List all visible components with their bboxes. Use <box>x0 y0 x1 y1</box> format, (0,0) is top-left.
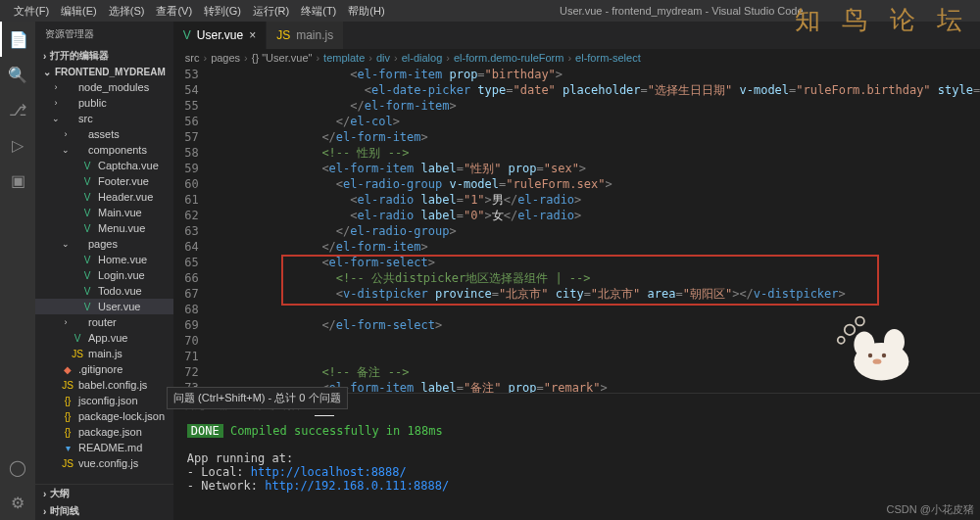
tree-item-app.vue[interactable]: VApp.vue <box>35 330 173 346</box>
tree-item-router[interactable]: ›router <box>35 314 173 330</box>
code-content[interactable]: <el-form-item prop="birthday"> <el-date-… <box>209 67 980 393</box>
window-title: User.vue - frontend_mydream - Visual Stu… <box>391 5 972 17</box>
editor-tabs: VUser.vue×JSmain.js <box>173 22 980 49</box>
sidebar: 资源管理器 ›打开的编辑器 ⌄FRONTEND_MYDREAM ›node_mo… <box>35 22 173 520</box>
tree-item-header.vue[interactable]: VHeader.vue <box>35 189 173 205</box>
menu-运行[interactable]: 运行(R) <box>247 5 295 17</box>
tree-item-user.vue[interactable]: VUser.vue <box>35 299 173 314</box>
md-icon: ▾ <box>61 441 74 454</box>
file-tree: ›node_modules›public⌄src›assets⌄componen… <box>35 79 173 484</box>
json-icon: {} <box>61 425 74 439</box>
tooltip: 问题 (Ctrl+Shift+M) - 总计 0 个问题 <box>167 387 348 409</box>
json-icon: {} <box>61 409 74 423</box>
extensions-icon[interactable]: ▣ <box>0 163 35 198</box>
activity-bar: 📄 🔍 ⎇ ▷ ▣ ◯ ⚙ <box>0 22 35 520</box>
search-icon[interactable]: 🔍 <box>0 57 35 92</box>
tree-item-menu.vue[interactable]: VMenu.vue <box>35 220 173 236</box>
scm-icon[interactable]: ⎇ <box>0 92 35 127</box>
watermark-bottom: CSDN @小花皮猪 <box>887 502 974 517</box>
folder-icon <box>71 127 84 141</box>
local-url[interactable]: http://localhost:8888/ <box>251 465 407 479</box>
breadcrumb-item[interactable]: el-form.demo-ruleForm <box>454 52 564 64</box>
done-badge: DONE <box>187 424 223 438</box>
tree-item-main.js[interactable]: JSmain.js <box>35 346 173 361</box>
folder-icon <box>61 112 74 125</box>
close-tab-icon[interactable]: × <box>249 28 256 42</box>
tree-item-babel.config.js[interactable]: JSbabel.config.js <box>35 377 173 393</box>
folder-icon <box>71 237 84 251</box>
json-icon: {} <box>61 394 74 407</box>
sidebar-title: 资源管理器 <box>35 22 173 47</box>
panel: 问题输出调试控制台终端 ▾ ＋ ▯ 🗑 ⋯ ⌃ ✕ 22:55:15 DONE … <box>173 393 980 520</box>
title-bar: 文件(F)编辑(E)选择(S)查看(V)转到(G)运行(R)终端(T)帮助(H)… <box>0 0 980 22</box>
editor[interactable]: 5354555657585960616263646566676869707172… <box>173 67 980 393</box>
tree-item-footer.vue[interactable]: VFooter.vue <box>35 173 173 189</box>
breadcrumb-item[interactable]: src <box>185 52 200 64</box>
tree-item-public[interactable]: ›public <box>35 95 173 111</box>
explorer-icon[interactable]: 📄 <box>0 22 35 57</box>
timeline-header[interactable]: ›时间线 <box>35 502 173 520</box>
terminal[interactable]: 22:55:15 DONE Compiled successfully in 1… <box>173 416 980 520</box>
vue-icon: V <box>80 284 94 298</box>
tree-item-main.vue[interactable]: VMain.vue <box>35 205 173 220</box>
line-gutter: 5354555657585960616263646566676869707172… <box>173 67 209 393</box>
tree-item-captcha.vue[interactable]: VCaptcha.vue <box>35 158 173 173</box>
folder-icon <box>61 80 74 94</box>
menu-转到[interactable]: 转到(G) <box>198 5 247 17</box>
menu-终端[interactable]: 终端(T) <box>295 5 342 17</box>
tree-item-components[interactable]: ⌄components <box>35 142 173 158</box>
account-icon[interactable]: ◯ <box>0 449 35 485</box>
breadcrumb-item[interactable]: pages <box>211 52 240 64</box>
js-icon: JS <box>61 456 74 470</box>
vue-icon: V <box>80 190 94 204</box>
vue-icon: V <box>80 159 94 172</box>
tree-item-package.json[interactable]: {}package.json <box>35 424 173 440</box>
tab-user.vue[interactable]: VUser.vue× <box>173 22 267 49</box>
vue-icon: V <box>80 174 94 188</box>
breadcrumb-item[interactable]: {} "User.vue" <box>252 52 313 64</box>
menu-查看[interactable]: 查看(V) <box>150 5 198 17</box>
tree-item-readme.md[interactable]: ▾README.md <box>35 440 173 455</box>
vue-icon: V <box>80 253 94 266</box>
breadcrumb[interactable]: src›pages›{} "User.vue"›template›div›el-… <box>173 49 980 67</box>
vue-icon: V <box>80 206 94 219</box>
folder-icon <box>61 96 74 110</box>
tree-item-login.vue[interactable]: VLogin.vue <box>35 267 173 283</box>
editor-area: VUser.vue×JSmain.js src›pages›{} "User.v… <box>173 22 980 520</box>
breadcrumb-item[interactable]: el-form-select <box>575 52 641 64</box>
debug-icon[interactable]: ▷ <box>0 127 35 163</box>
outline-header[interactable]: ›大纲 <box>35 484 173 502</box>
menu-文件[interactable]: 文件(F) <box>8 5 55 17</box>
tree-item-package-lock.json[interactable]: {}package-lock.json <box>35 408 173 424</box>
highlight-box <box>281 255 879 306</box>
tree-item-assets[interactable]: ›assets <box>35 126 173 142</box>
git-icon: ◆ <box>61 362 74 376</box>
folder-root-header[interactable]: ⌄FRONTEND_MYDREAM <box>35 65 173 79</box>
tree-item-jsconfig.json[interactable]: {}jsconfig.json <box>35 393 173 408</box>
menu-帮助[interactable]: 帮助(H) <box>342 5 390 17</box>
vue-icon: V <box>80 268 94 282</box>
network-url[interactable]: http://192.168.0.111:8888/ <box>265 479 449 493</box>
tab-main.js[interactable]: JSmain.js <box>267 22 344 49</box>
vue-icon: V <box>183 28 191 42</box>
vue-icon: V <box>80 300 94 313</box>
breadcrumb-item[interactable]: el-dialog <box>402 52 443 64</box>
tree-item-.gitignore[interactable]: ◆.gitignore <box>35 361 173 377</box>
vue-icon: V <box>71 331 84 345</box>
settings-icon[interactable]: ⚙ <box>0 485 35 520</box>
vue-icon: V <box>80 221 94 235</box>
open-editors-header[interactable]: ›打开的编辑器 <box>35 47 173 65</box>
menu-选择[interactable]: 选择(S) <box>103 5 151 17</box>
tree-item-pages[interactable]: ⌄pages <box>35 236 173 252</box>
tree-item-src[interactable]: ⌄src <box>35 111 173 126</box>
tree-item-node_modules[interactable]: ›node_modules <box>35 79 173 95</box>
tree-item-home.vue[interactable]: VHome.vue <box>35 252 173 267</box>
folder-icon <box>71 315 84 329</box>
js-icon: JS <box>61 378 74 392</box>
js-icon: JS <box>276 28 290 42</box>
breadcrumb-item[interactable]: template <box>323 52 365 64</box>
tree-item-todo.vue[interactable]: VTodo.vue <box>35 283 173 299</box>
tree-item-vue.config.js[interactable]: JSvue.config.js <box>35 455 173 471</box>
breadcrumb-item[interactable]: div <box>376 52 390 64</box>
menu-编辑[interactable]: 编辑(E) <box>55 5 103 17</box>
